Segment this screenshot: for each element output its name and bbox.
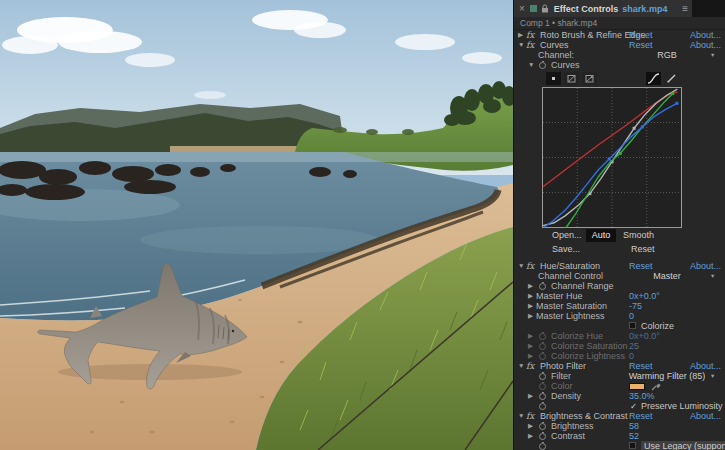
reset-link[interactable]: Reset	[629, 40, 653, 50]
property-value[interactable]: 0	[629, 311, 634, 321]
fx-badge-icon[interactable]: fx	[526, 261, 534, 271]
twirl-collapsed-icon[interactable]: ▶	[528, 291, 533, 301]
property-name: Color	[551, 381, 573, 391]
curve-point-green[interactable]	[619, 152, 622, 155]
twirl-collapsed-icon[interactable]: ▶	[518, 30, 523, 40]
effect-controls-panel: × Effect Controls shark.mp4 ≡ Comp 1 • s…	[513, 0, 725, 450]
colorize-checkbox[interactable]	[629, 322, 636, 329]
stopwatch-icon[interactable]	[539, 433, 546, 440]
property-value[interactable]: 0x+0.0°	[629, 291, 660, 301]
curves-toolbar	[514, 70, 725, 86]
curve-point-green[interactable]	[671, 92, 674, 95]
property-name: Channel Control	[538, 271, 603, 281]
reset-button[interactable]: Reset	[631, 243, 655, 256]
fx-badge-icon[interactable]: fx	[526, 411, 534, 421]
channel-label: Channel:	[538, 50, 574, 60]
curves-channel-row: Channel: RGB ▾	[514, 50, 725, 60]
photo-color-swatch[interactable]	[629, 383, 645, 390]
fx-badge-icon[interactable]: fx	[526, 30, 534, 40]
about-link[interactable]: About...	[690, 30, 721, 40]
chevron-down-icon[interactable]: ▾	[711, 371, 714, 381]
stopwatch-icon[interactable]	[539, 423, 546, 430]
twirl-expanded-icon[interactable]: ▼	[528, 60, 534, 70]
reset-link[interactable]: Reset	[629, 261, 653, 271]
property-name: Contrast	[551, 431, 585, 441]
color-row: Color	[514, 381, 725, 391]
twirl-collapsed-icon[interactable]: ▶	[528, 421, 533, 431]
hills	[0, 104, 345, 160]
stopwatch-icon[interactable]	[539, 403, 546, 410]
curve-point-rgb[interactable]	[633, 127, 636, 130]
property-name: Colorize Hue	[551, 331, 603, 341]
curve-point-blue[interactable]	[608, 157, 611, 160]
property-name: Master Hue	[536, 291, 583, 301]
stopwatch-icon	[539, 333, 546, 340]
channel-dropdown[interactable]: RGB	[625, 50, 709, 60]
twirl-collapsed-icon: ▶	[528, 351, 533, 361]
fx-badge-icon[interactable]: fx	[526, 361, 534, 371]
effect-row-roto-brush: ▶ fx Roto Brush & Refine Edge Reset Abou…	[514, 30, 725, 40]
chevron-down-icon[interactable]: ▾	[711, 50, 714, 60]
reset-link[interactable]: Reset	[629, 30, 653, 40]
twirl-collapsed-icon[interactable]: ▶	[528, 311, 533, 321]
twirl-expanded-icon[interactable]: ▼	[518, 411, 524, 421]
curves-buttons-row2: Save... Reset	[514, 243, 725, 257]
fx-badge-icon[interactable]: fx	[526, 40, 534, 50]
property-value[interactable]: 52	[629, 431, 639, 441]
save-button[interactable]: Save...	[552, 243, 580, 256]
master-saturation-row: ▶ Master Saturation -75	[514, 301, 725, 311]
twirl-collapsed-icon[interactable]: ▶	[528, 431, 533, 441]
twirl-expanded-icon[interactable]: ▼	[518, 261, 524, 271]
open-button[interactable]: Open...	[552, 229, 582, 242]
twirl-expanded-icon[interactable]: ▼	[518, 361, 524, 371]
curves-graph[interactable]	[542, 87, 682, 228]
about-link[interactable]: About...	[690, 411, 721, 421]
twirl-collapsed-icon[interactable]: ▶	[528, 301, 533, 311]
use-legacy-checkbox[interactable]	[629, 442, 636, 449]
about-link[interactable]: About...	[690, 261, 721, 271]
about-link[interactable]: About...	[690, 361, 721, 371]
property-name: Colorize Lightness	[551, 351, 625, 361]
effect-row-curves: ▼ fx Curves Reset About...	[514, 40, 725, 50]
curve-point-blue[interactable]	[641, 125, 644, 128]
auto-button[interactable]: Auto	[586, 229, 616, 242]
effect-controls-tab[interactable]: × Effect Controls shark.mp4 ≡	[514, 0, 692, 17]
stopwatch-icon[interactable]	[539, 283, 546, 290]
curves-buttons-row1: Open... Auto Smooth	[514, 229, 725, 243]
channel-range-row: ▶ Channel Range	[514, 281, 725, 291]
checkmark-icon[interactable]: ✓	[630, 401, 637, 411]
panel-menu-icon[interactable]: ≡	[682, 3, 688, 14]
twirl-collapsed-icon[interactable]: ▶	[528, 391, 533, 401]
stopwatch-icon[interactable]	[539, 443, 546, 450]
stopwatch-icon[interactable]	[539, 393, 546, 400]
property-value[interactable]: 35.0%	[629, 391, 655, 401]
twirl-collapsed-icon[interactable]: ▶	[528, 281, 533, 291]
app-window: × Effect Controls shark.mp4 ≡ Comp 1 • s…	[0, 0, 725, 450]
twirl-expanded-icon[interactable]: ▼	[518, 40, 524, 50]
channel-control-dropdown[interactable]: Master	[625, 271, 709, 281]
stopwatch-icon[interactable]	[539, 62, 546, 69]
filter-row: Filter Warming Filter (85) ▾	[514, 371, 725, 381]
curve-point-blue[interactable]	[675, 102, 678, 105]
property-value[interactable]: -75	[629, 301, 642, 311]
close-panel-icon[interactable]: ×	[519, 4, 525, 14]
lock-icon[interactable]	[541, 4, 549, 13]
effect-row-hue-saturation: ▼ fx Hue/Saturation Reset About...	[514, 261, 725, 271]
property-name: Master Saturation	[536, 301, 607, 311]
reset-link[interactable]: Reset	[629, 361, 653, 371]
composition-viewer[interactable]	[0, 0, 513, 450]
use-legacy-row: Use Legacy (supports H	[514, 441, 725, 450]
stopwatch-icon[interactable]	[539, 373, 546, 380]
smooth-button[interactable]: Smooth	[623, 229, 654, 242]
property-value: 0	[629, 351, 634, 361]
reset-link[interactable]: Reset	[629, 411, 653, 421]
effect-name: Photo Filter	[540, 361, 586, 371]
checkbox-label: Preserve Luminosity	[641, 401, 723, 411]
about-link[interactable]: About...	[690, 40, 721, 50]
panel-icon	[530, 5, 537, 12]
chevron-down-icon[interactable]: ▾	[711, 271, 714, 281]
curves-graph-area	[514, 86, 725, 229]
property-value[interactable]: 58	[629, 421, 639, 431]
panel-document-name: shark.mp4	[622, 4, 667, 14]
filter-dropdown[interactable]: Warming Filter (85)	[625, 371, 709, 381]
